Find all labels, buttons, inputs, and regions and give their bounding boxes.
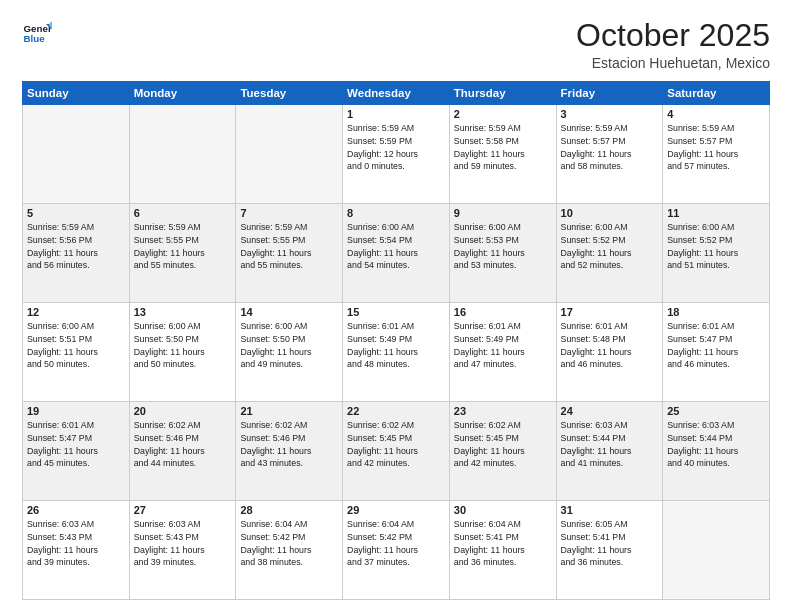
day-number: 23: [454, 405, 552, 417]
day-number: 12: [27, 306, 125, 318]
calendar-cell: 22Sunrise: 6:02 AMSunset: 5:45 PMDayligh…: [343, 402, 450, 501]
day-info: Sunrise: 6:02 AMSunset: 5:46 PMDaylight:…: [240, 419, 338, 470]
day-info: Sunrise: 6:05 AMSunset: 5:41 PMDaylight:…: [561, 518, 659, 569]
day-number: 16: [454, 306, 552, 318]
day-info: Sunrise: 5:59 AMSunset: 5:55 PMDaylight:…: [134, 221, 232, 272]
day-number: 22: [347, 405, 445, 417]
calendar-cell: 29Sunrise: 6:04 AMSunset: 5:42 PMDayligh…: [343, 501, 450, 600]
week-row-3: 12Sunrise: 6:00 AMSunset: 5:51 PMDayligh…: [23, 303, 770, 402]
day-number: 17: [561, 306, 659, 318]
header: General Blue October 2025 Estacion Huehu…: [22, 18, 770, 71]
weekday-tuesday: Tuesday: [236, 82, 343, 105]
weekday-saturday: Saturday: [663, 82, 770, 105]
weekday-sunday: Sunday: [23, 82, 130, 105]
calendar-cell: 6Sunrise: 5:59 AMSunset: 5:55 PMDaylight…: [129, 204, 236, 303]
day-info: Sunrise: 6:00 AMSunset: 5:54 PMDaylight:…: [347, 221, 445, 272]
week-row-1: 1Sunrise: 5:59 AMSunset: 5:59 PMDaylight…: [23, 105, 770, 204]
day-number: 27: [134, 504, 232, 516]
day-info: Sunrise: 6:04 AMSunset: 5:41 PMDaylight:…: [454, 518, 552, 569]
week-row-4: 19Sunrise: 6:01 AMSunset: 5:47 PMDayligh…: [23, 402, 770, 501]
calendar-cell: 23Sunrise: 6:02 AMSunset: 5:45 PMDayligh…: [449, 402, 556, 501]
calendar-cell: 8Sunrise: 6:00 AMSunset: 5:54 PMDaylight…: [343, 204, 450, 303]
day-info: Sunrise: 6:01 AMSunset: 5:49 PMDaylight:…: [347, 320, 445, 371]
calendar-cell: 21Sunrise: 6:02 AMSunset: 5:46 PMDayligh…: [236, 402, 343, 501]
day-number: 9: [454, 207, 552, 219]
day-info: Sunrise: 6:00 AMSunset: 5:52 PMDaylight:…: [561, 221, 659, 272]
day-number: 28: [240, 504, 338, 516]
calendar-cell: 19Sunrise: 6:01 AMSunset: 5:47 PMDayligh…: [23, 402, 130, 501]
day-info: Sunrise: 6:00 AMSunset: 5:51 PMDaylight:…: [27, 320, 125, 371]
day-number: 20: [134, 405, 232, 417]
calendar-cell: 3Sunrise: 5:59 AMSunset: 5:57 PMDaylight…: [556, 105, 663, 204]
calendar-cell: 4Sunrise: 5:59 AMSunset: 5:57 PMDaylight…: [663, 105, 770, 204]
day-info: Sunrise: 6:03 AMSunset: 5:44 PMDaylight:…: [561, 419, 659, 470]
day-number: 11: [667, 207, 765, 219]
calendar-cell: [663, 501, 770, 600]
day-number: 25: [667, 405, 765, 417]
day-info: Sunrise: 5:59 AMSunset: 5:55 PMDaylight:…: [240, 221, 338, 272]
day-number: 1: [347, 108, 445, 120]
calendar-cell: [129, 105, 236, 204]
calendar-cell: 15Sunrise: 6:01 AMSunset: 5:49 PMDayligh…: [343, 303, 450, 402]
page: General Blue October 2025 Estacion Huehu…: [0, 0, 792, 612]
calendar-cell: 27Sunrise: 6:03 AMSunset: 5:43 PMDayligh…: [129, 501, 236, 600]
calendar-cell: 16Sunrise: 6:01 AMSunset: 5:49 PMDayligh…: [449, 303, 556, 402]
weekday-thursday: Thursday: [449, 82, 556, 105]
calendar: SundayMondayTuesdayWednesdayThursdayFrid…: [22, 81, 770, 600]
calendar-cell: 26Sunrise: 6:03 AMSunset: 5:43 PMDayligh…: [23, 501, 130, 600]
day-info: Sunrise: 6:01 AMSunset: 5:47 PMDaylight:…: [667, 320, 765, 371]
week-row-5: 26Sunrise: 6:03 AMSunset: 5:43 PMDayligh…: [23, 501, 770, 600]
day-info: Sunrise: 6:01 AMSunset: 5:47 PMDaylight:…: [27, 419, 125, 470]
calendar-cell: 24Sunrise: 6:03 AMSunset: 5:44 PMDayligh…: [556, 402, 663, 501]
logo: General Blue: [22, 18, 52, 48]
day-number: 2: [454, 108, 552, 120]
day-number: 10: [561, 207, 659, 219]
day-number: 19: [27, 405, 125, 417]
weekday-monday: Monday: [129, 82, 236, 105]
day-number: 7: [240, 207, 338, 219]
day-info: Sunrise: 6:01 AMSunset: 5:48 PMDaylight:…: [561, 320, 659, 371]
day-info: Sunrise: 6:02 AMSunset: 5:46 PMDaylight:…: [134, 419, 232, 470]
day-info: Sunrise: 6:00 AMSunset: 5:50 PMDaylight:…: [240, 320, 338, 371]
day-info: Sunrise: 5:59 AMSunset: 5:59 PMDaylight:…: [347, 122, 445, 173]
day-number: 21: [240, 405, 338, 417]
day-number: 31: [561, 504, 659, 516]
title-area: October 2025 Estacion Huehuetan, Mexico: [576, 18, 770, 71]
calendar-cell: 30Sunrise: 6:04 AMSunset: 5:41 PMDayligh…: [449, 501, 556, 600]
calendar-cell: 1Sunrise: 5:59 AMSunset: 5:59 PMDaylight…: [343, 105, 450, 204]
day-number: 14: [240, 306, 338, 318]
day-number: 6: [134, 207, 232, 219]
day-info: Sunrise: 6:03 AMSunset: 5:44 PMDaylight:…: [667, 419, 765, 470]
day-number: 18: [667, 306, 765, 318]
calendar-cell: 11Sunrise: 6:00 AMSunset: 5:52 PMDayligh…: [663, 204, 770, 303]
calendar-cell: 10Sunrise: 6:00 AMSunset: 5:52 PMDayligh…: [556, 204, 663, 303]
calendar-cell: 2Sunrise: 5:59 AMSunset: 5:58 PMDaylight…: [449, 105, 556, 204]
calendar-cell: 7Sunrise: 5:59 AMSunset: 5:55 PMDaylight…: [236, 204, 343, 303]
day-info: Sunrise: 6:04 AMSunset: 5:42 PMDaylight:…: [347, 518, 445, 569]
calendar-cell: 20Sunrise: 6:02 AMSunset: 5:46 PMDayligh…: [129, 402, 236, 501]
day-info: Sunrise: 5:59 AMSunset: 5:57 PMDaylight:…: [667, 122, 765, 173]
day-info: Sunrise: 6:04 AMSunset: 5:42 PMDaylight:…: [240, 518, 338, 569]
day-info: Sunrise: 5:59 AMSunset: 5:56 PMDaylight:…: [27, 221, 125, 272]
day-info: Sunrise: 6:02 AMSunset: 5:45 PMDaylight:…: [347, 419, 445, 470]
day-info: Sunrise: 5:59 AMSunset: 5:57 PMDaylight:…: [561, 122, 659, 173]
day-number: 8: [347, 207, 445, 219]
month-title: October 2025: [576, 18, 770, 53]
weekday-header-row: SundayMondayTuesdayWednesdayThursdayFrid…: [23, 82, 770, 105]
day-number: 3: [561, 108, 659, 120]
day-info: Sunrise: 6:03 AMSunset: 5:43 PMDaylight:…: [134, 518, 232, 569]
day-number: 26: [27, 504, 125, 516]
day-number: 5: [27, 207, 125, 219]
calendar-cell: 12Sunrise: 6:00 AMSunset: 5:51 PMDayligh…: [23, 303, 130, 402]
day-info: Sunrise: 6:03 AMSunset: 5:43 PMDaylight:…: [27, 518, 125, 569]
day-number: 4: [667, 108, 765, 120]
day-number: 29: [347, 504, 445, 516]
calendar-cell: [23, 105, 130, 204]
day-info: Sunrise: 6:01 AMSunset: 5:49 PMDaylight:…: [454, 320, 552, 371]
day-number: 15: [347, 306, 445, 318]
day-info: Sunrise: 6:00 AMSunset: 5:52 PMDaylight:…: [667, 221, 765, 272]
weekday-wednesday: Wednesday: [343, 82, 450, 105]
calendar-cell: 31Sunrise: 6:05 AMSunset: 5:41 PMDayligh…: [556, 501, 663, 600]
calendar-cell: 28Sunrise: 6:04 AMSunset: 5:42 PMDayligh…: [236, 501, 343, 600]
calendar-cell: 9Sunrise: 6:00 AMSunset: 5:53 PMDaylight…: [449, 204, 556, 303]
